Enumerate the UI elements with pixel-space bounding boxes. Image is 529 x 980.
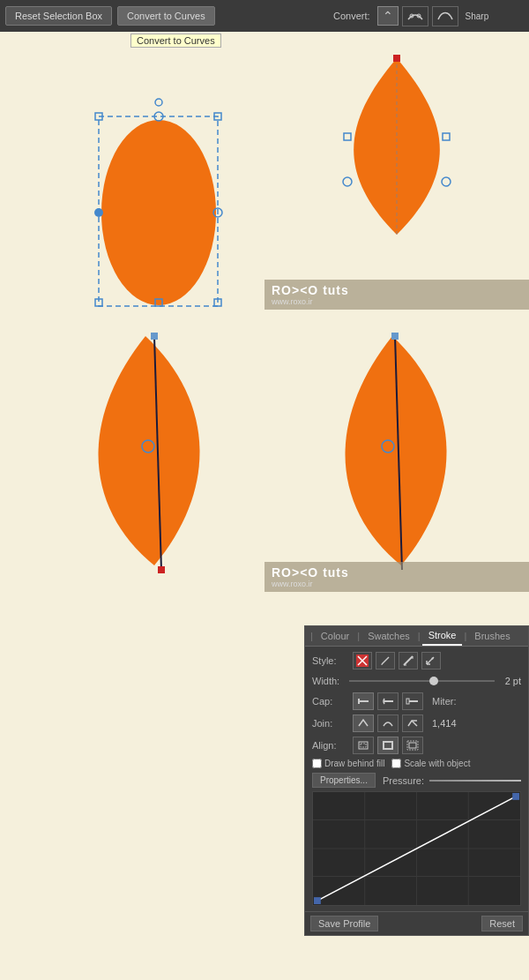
width-row: Width: 2 pt	[312, 674, 521, 688]
panel-body: Style: Width:	[305, 647, 528, 911]
miter-value: 1,414	[432, 718, 457, 729]
convert-label: Convert:	[333, 11, 370, 21]
svg-line-29	[382, 657, 389, 664]
panel-divider-bar: |	[309, 627, 315, 645]
pressure-graph	[312, 791, 521, 906]
tab-swatches[interactable]: Swatches	[361, 627, 416, 645]
miter-label: Miter:	[432, 696, 457, 707]
convert-symmetric-button[interactable]	[432, 6, 458, 26]
style-arrow-btn[interactable]	[421, 652, 441, 670]
svg-rect-16	[393, 55, 400, 62]
svg-point-17	[343, 177, 352, 186]
properties-button[interactable]: Properties...	[312, 773, 376, 788]
cap-square-btn[interactable]	[402, 692, 423, 710]
join-round-btn[interactable]	[377, 714, 399, 732]
width-label: Width:	[312, 676, 349, 686]
cap-row: Cap: Miter:	[312, 692, 521, 710]
scale-with-label: Scale with object	[404, 759, 470, 768]
join-row: Join: 1,414	[312, 714, 521, 732]
watermark-top-right: RO><O tuts www.roxo.ir	[264, 280, 529, 310]
width-value: 2 pt	[495, 676, 521, 686]
align-label: Align:	[312, 740, 349, 751]
sharp-label: Sharp	[466, 11, 489, 21]
watermark-bottom-right: RO><O tuts www.roxo.ir	[264, 562, 529, 592]
svg-line-31	[404, 656, 413, 665]
convert-to-curves-button[interactable]: Convert to Curves	[117, 6, 215, 26]
join-bevel-btn[interactable]	[402, 714, 423, 732]
draw-behind-label: Draw behind fill	[324, 759, 384, 768]
draw-behind-check[interactable]: Draw behind fill	[312, 759, 384, 768]
convert-sharp-button[interactable]: ⌃	[377, 6, 399, 26]
stroke-panel: | Colour | Swatches | Stroke | Brushes S…	[304, 625, 529, 936]
leaf-sharp-canvas: RO><O tuts www.roxo.ir	[264, 49, 529, 310]
draw-behind-checkbox[interactable]	[312, 759, 322, 768]
style-row: Style:	[312, 652, 521, 670]
svg-point-18	[442, 177, 451, 186]
svg-rect-57	[512, 793, 519, 800]
reset-button[interactable]: Reset	[481, 916, 523, 931]
svg-line-43	[412, 721, 417, 726]
svg-rect-45	[361, 744, 366, 747]
svg-point-12	[155, 99, 162, 106]
svg-point-9	[94, 208, 103, 217]
svg-point-2	[101, 120, 216, 305]
convert-smooth-button[interactable]	[402, 6, 428, 26]
svg-rect-15	[443, 133, 450, 140]
style-pencil-btn[interactable]	[376, 652, 395, 670]
align-outside-btn[interactable]	[402, 737, 423, 754]
checkboxes-row: Draw behind fill Scale with object	[312, 759, 521, 768]
leaf-stroke-right-canvas: RO><O tuts www.roxo.ir	[264, 310, 529, 592]
panel-tabs: | Colour | Swatches | Stroke | Brushes	[305, 626, 528, 647]
width-slider[interactable]	[349, 674, 495, 688]
join-label: Join:	[312, 718, 349, 729]
join-miter-btn[interactable]	[353, 714, 374, 732]
style-label: Style:	[312, 655, 349, 666]
style-none-btn[interactable]	[353, 652, 372, 670]
tab-brushes[interactable]: Brushes	[468, 627, 516, 645]
leaf-stroke-left-canvas	[0, 310, 264, 592]
scale-with-checkbox[interactable]	[391, 759, 401, 768]
save-profile-button[interactable]: Save Profile	[310, 916, 378, 931]
oval-canvas	[0, 49, 264, 310]
svg-rect-41	[406, 699, 409, 704]
reset-selection-box-button[interactable]: Reset Selection Box	[5, 6, 112, 26]
align-center-btn[interactable]	[377, 737, 399, 754]
tab-stroke[interactable]: Stroke	[422, 626, 463, 646]
svg-rect-38	[358, 699, 360, 704]
cap-label: Cap:	[312, 696, 349, 707]
cap-round-btn[interactable]	[377, 692, 399, 710]
convert-tooltip: Convert to Curves	[130, 34, 221, 48]
svg-rect-14	[344, 133, 351, 140]
align-row: Align:	[312, 737, 521, 754]
width-slider-thumb[interactable]	[429, 677, 438, 685]
pressure-indicator	[429, 780, 521, 782]
svg-rect-24	[391, 333, 399, 340]
svg-rect-46	[384, 742, 392, 749]
svg-rect-20	[151, 333, 158, 340]
svg-rect-22	[158, 566, 165, 573]
pressure-row: Properties... Pressure:	[312, 773, 521, 788]
tab-colour[interactable]: Colour	[315, 627, 355, 645]
pressure-label: Pressure:	[383, 775, 424, 786]
panel-bottom-bar: Save Profile Reset	[305, 911, 528, 935]
align-inside-btn[interactable]	[353, 737, 374, 754]
style-diagonal-btn[interactable]	[399, 652, 418, 670]
svg-rect-56	[314, 897, 321, 904]
cap-butt-btn[interactable]	[353, 692, 374, 710]
scale-with-check[interactable]: Scale with object	[391, 759, 470, 768]
svg-rect-47	[409, 743, 416, 748]
